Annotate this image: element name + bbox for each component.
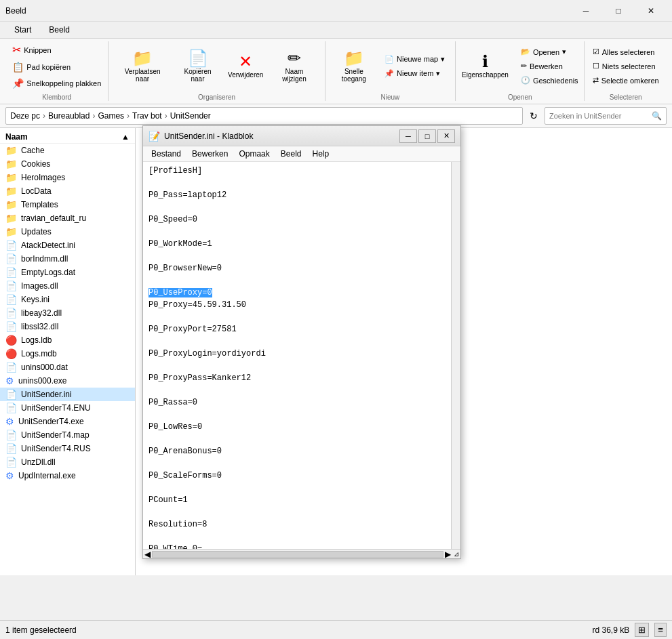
tab-start[interactable]: Start [5, 22, 40, 38]
file-item-keys-ini[interactable]: 📄Keys.ini [0, 293, 135, 306]
file-icon: 📄 [5, 430, 17, 440]
file-item-emptylogs-dat[interactable]: 📄EmptyLogs.dat [0, 266, 135, 279]
klembord-items: ✂ Knippen 📋 Pad kopiëren 📌 Snelkoppeling… [7, 41, 106, 91]
file-item-unzdll-dll[interactable]: 📄UnzDll.dll [0, 455, 135, 469]
tab-beeld[interactable]: Beeld [40, 22, 79, 38]
folder-icon: 📁 [5, 172, 17, 183]
text-line: P0_Proxy=45.59.31.50 [149, 299, 446, 311]
scroll-left-btn[interactable]: ◀ [144, 550, 151, 559]
ribbon-group-klembord: ✂ Knippen 📋 Pad kopiëren 📌 Snelkoppeling… [5, 41, 108, 101]
file-item-libssl32-dll[interactable]: 📄libssl32.dll [0, 320, 135, 333]
refresh-button[interactable]: ↻ [526, 108, 542, 124]
file-item-logs-mdb[interactable]: 🔴Logs.mdb [0, 347, 135, 360]
path-games[interactable]: Games [98, 111, 124, 121]
copy-icon: 📄 [188, 50, 208, 66]
menu-opmaak[interactable]: Opmaak [233, 148, 275, 160]
notepad-textarea[interactable]: [ProfilesH] P0_Pass=laptop12 P0_Speed=0 … [143, 162, 451, 549]
ribbon-tabs: Start Beeld [0, 22, 672, 39]
view-grid-button[interactable]: ⊞ [635, 623, 649, 637]
file-name: Logs.ldb [21, 335, 52, 345]
window-controls: ─ □ ✕ [570, 1, 667, 20]
notepad-maximize-button[interactable]: □ [418, 129, 436, 143]
file-item-unitsendert4-rus[interactable]: 📄UnitSenderT4.RUS [0, 442, 135, 455]
file-item-unins000-dat[interactable]: 📄unins000.dat [0, 360, 135, 374]
file-name: UnitSenderT4.map [21, 430, 90, 440]
path-deze-pc[interactable]: Deze pc [10, 111, 40, 121]
verplaatsen-button[interactable]: 📁 Verplaatsen naar [114, 47, 170, 86]
nieuwe-map-button[interactable]: 📁 Snelle toegang [331, 47, 377, 86]
file-item-logs-ldb[interactable]: 🔴Logs.ldb [0, 333, 135, 347]
naam-wijzigen-button[interactable]: ✏ Naam wijzigen [269, 47, 319, 86]
ribbon-content: ✂ Knippen 📋 Pad kopiëren 📌 Snelkoppeling… [0, 39, 672, 104]
niets-selecteren-button[interactable]: ☐ Niets selecteren [588, 60, 664, 73]
snelle-toegang-button[interactable]: 📌 Nieuw item ▾ [380, 67, 450, 80]
text-line: P0_ProxyLogin=yordiyordi [149, 348, 446, 360]
file-item-images-dll[interactable]: 📄Images.dll [0, 279, 135, 293]
geschiedenis-button[interactable]: 🕐 Geschiedenis [516, 74, 583, 87]
file-item-cookies[interactable]: 📁Cookies [0, 157, 135, 171]
resize-grip[interactable]: ⊿ [454, 550, 459, 558]
close-button[interactable]: ✕ [635, 1, 667, 20]
path-bureaublad[interactable]: Bureaublad [48, 111, 90, 121]
window-title: Beeld [5, 6, 26, 16]
file-item-unitsender-ini[interactable]: 📄UnitSender.ini [0, 388, 135, 401]
bewerken-button[interactable]: ✏ Bewerken [516, 60, 583, 73]
file-name: UnzDll.dll [21, 457, 56, 467]
file-icon: 📄 [5, 457, 17, 468]
search-input[interactable] [549, 112, 652, 120]
notepad-close-button[interactable]: ✕ [437, 129, 455, 143]
selectie-omkeren-button[interactable]: ⇄ Selectie omkeren [588, 74, 664, 87]
notepad-menu: Bestand Bewerken Opmaak Beeld Help [143, 146, 460, 162]
maximize-button[interactable]: □ [603, 1, 634, 20]
file-item-heroimages[interactable]: 📁HeroImages [0, 171, 135, 184]
file-item-atackdetect-ini[interactable]: 📄AtackDetect.ini [0, 239, 135, 252]
sort-icon: ▲ [121, 132, 130, 142]
text-line: P0_LowRes=0 [149, 421, 446, 433]
notepad-content: [ProfilesH] P0_Pass=laptop12 P0_Speed=0 … [143, 162, 460, 549]
file-item-cache[interactable]: 📁Cache [0, 144, 135, 157]
menu-help[interactable]: Help [307, 148, 334, 160]
alles-selecteren-button[interactable]: ☑ Alles selecteren [588, 45, 664, 58]
eigenschappen-button[interactable]: ℹ Eigenschappen [457, 50, 513, 82]
notepad-scrollbar[interactable] [451, 162, 460, 549]
address-path[interactable]: Deze pc › Bureaublad › Games › Trav bot … [5, 107, 523, 125]
kopieren-button[interactable]: 📄 Kopiëren naar [174, 47, 222, 86]
organiseren-items: 📁 Verplaatsen naar 📄 Kopiëren naar ✕ Ver… [114, 41, 319, 91]
verwijderen-button[interactable]: ✕ Verwijderen [224, 50, 266, 82]
file-name: Templates [21, 200, 58, 209]
file-item-libeay32-dll[interactable]: 📄libeay32.dll [0, 306, 135, 320]
menu-bewerken[interactable]: Bewerken [186, 148, 233, 160]
file-item-unins000-exe[interactable]: ⚙unins000.exe [0, 374, 135, 388]
openen-small-button[interactable]: 📂 Openen ▾ [516, 45, 583, 58]
knippen-button[interactable]: ✂ Knippen [7, 41, 106, 58]
file-icon: 📄 [5, 308, 17, 318]
file-item-travian-default-ru[interactable]: 📁travian_default_ru [0, 211, 135, 225]
scroll-right-btn[interactable]: ▶ [445, 550, 451, 559]
edit-icon: ✏ [521, 62, 527, 70]
file-item-unitsendert4-enu[interactable]: 📄UnitSenderT4.ENU [0, 401, 135, 415]
ribbon-group-nieuw: 📁 Snelle toegang 📄 Nieuwe map ▾ 📌 Nieuw … [325, 41, 456, 101]
file-item-unitsendert4-exe[interactable]: ⚙UnitSenderT4.exe [0, 415, 135, 428]
status-size-info: rd 36,9 kB [593, 625, 630, 635]
menu-bestand[interactable]: Bestand [146, 148, 186, 160]
quick-access-icon: 📌 [384, 69, 394, 78]
path-trav-bot[interactable]: Trav bot [132, 111, 162, 121]
file-name: travian_default_ru [21, 213, 86, 223]
view-list-button[interactable]: ≡ [654, 623, 667, 637]
ribbon-group-organiseren: 📁 Verplaatsen naar 📄 Kopiëren naar ✕ Ver… [108, 41, 325, 101]
menu-beeld[interactable]: Beeld [275, 148, 307, 160]
minimize-button[interactable]: ─ [570, 1, 601, 20]
file-item-locdata[interactable]: 📁LocData [0, 184, 135, 198]
nieuw-item-button[interactable]: 📄 Nieuwe map ▾ [380, 53, 450, 66]
snelkoppeling-button[interactable]: 📌 Snelkoppeling plakken [7, 76, 106, 91]
file-item-templates[interactable]: 📁Templates [0, 198, 135, 211]
notepad-minimize-button[interactable]: ─ [399, 129, 417, 143]
file-icon: 📄 [5, 389, 17, 400]
file-item-borindmm-dll[interactable]: 📄borIndmm.dll [0, 252, 135, 266]
file-item-updates[interactable]: 📁Updates [0, 225, 135, 239]
file-item-unitsendert4-map[interactable]: 📄UnitSenderT4.map [0, 428, 135, 442]
pad-kopieren-button[interactable]: 📋 Pad kopiëren [7, 60, 106, 75]
file-icon: 📄 [5, 240, 17, 251]
path-unit-sender[interactable]: UnitSender [170, 111, 211, 121]
file-item-updinternal-exe[interactable]: ⚙UpdInternal.exe [0, 469, 135, 482]
